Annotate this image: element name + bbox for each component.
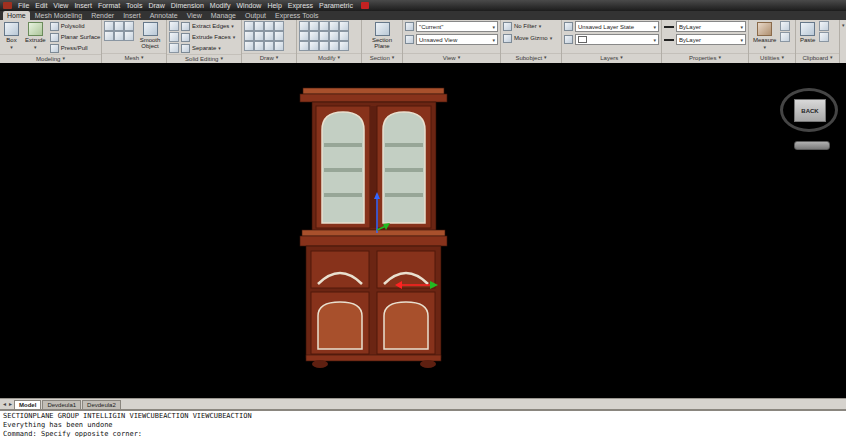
region-icon[interactable] (254, 41, 264, 51)
gradient-icon[interactable] (264, 41, 274, 51)
chevron-down-icon[interactable]: ▾ (231, 23, 234, 29)
copy-icon[interactable] (309, 21, 319, 31)
paste-button[interactable]: Paste (798, 21, 817, 44)
menu-help[interactable]: Help (264, 0, 284, 11)
layer-off-icon[interactable] (564, 35, 573, 44)
arc-icon[interactable] (274, 21, 284, 31)
viewcube-face-back[interactable]: BACK (794, 99, 826, 122)
polysolid-button[interactable]: Polysolid (50, 21, 101, 31)
menu-express[interactable]: Express (285, 0, 316, 11)
panel-expand-icon[interactable]: ▾ (718, 54, 721, 63)
extrude-button[interactable]: Extrude ▾ (23, 21, 48, 51)
menu-file[interactable]: File (15, 0, 32, 11)
erase-icon[interactable] (299, 41, 309, 51)
tab-home[interactable]: Home (3, 11, 30, 20)
break-icon[interactable] (329, 41, 339, 51)
tab-manage[interactable]: Manage (207, 11, 240, 20)
linetype-select[interactable]: ByLayer ▾ (676, 34, 746, 45)
menu-insert[interactable]: Insert (71, 0, 95, 11)
hatch-icon[interactable] (274, 31, 284, 41)
panel-expand-icon[interactable]: ▾ (276, 54, 279, 63)
cut-icon[interactable] (819, 21, 829, 31)
tab-view[interactable]: View (183, 11, 206, 20)
menu-dimension[interactable]: Dimension (168, 0, 207, 11)
visual-style-icon[interactable] (405, 22, 414, 31)
menu-parametric[interactable]: Parametric (316, 0, 356, 11)
layer-select[interactable]: ▾ (575, 34, 659, 45)
tab-annotate[interactable]: Annotate (146, 11, 182, 20)
measure-button[interactable]: Measure ▾ (751, 21, 778, 51)
table-icon[interactable] (274, 41, 284, 51)
menu-tools[interactable]: Tools (123, 0, 145, 11)
trim-icon[interactable] (309, 31, 319, 41)
layout-scroll-right-icon[interactable]: ▸ (8, 400, 13, 409)
ellipse-icon[interactable] (254, 31, 264, 41)
union-icon[interactable] (169, 21, 179, 31)
mirror-icon[interactable] (329, 21, 339, 31)
panel-expand-icon[interactable]: ▾ (141, 54, 144, 63)
join-icon[interactable] (319, 41, 329, 51)
offset-icon[interactable] (339, 31, 349, 41)
explode-icon[interactable] (309, 41, 319, 51)
tab-render[interactable]: Render (87, 11, 118, 20)
record-icon[interactable] (361, 2, 369, 9)
extrude-faces-button[interactable]: Extrude Faces ▾ (181, 32, 235, 42)
menu-view[interactable]: View (50, 0, 71, 11)
spline-icon[interactable] (264, 31, 274, 41)
layer-state-select[interactable]: Unsaved Layer State ▾ (575, 21, 659, 32)
object-color-select[interactable]: ByLayer ▾ (676, 21, 746, 32)
stretch-icon[interactable] (339, 21, 349, 31)
array-icon[interactable] (329, 31, 339, 41)
copy-clip-icon[interactable] (819, 32, 829, 42)
extract-edges-button[interactable]: Extract Edges ▾ (181, 21, 235, 31)
tab-layout-2[interactable]: Devdeula2 (82, 400, 121, 409)
panel-expand-icon[interactable]: ▾ (781, 54, 784, 63)
ribbon-minimize-icon[interactable]: ▾ (842, 22, 845, 28)
tab-mesh-modeling[interactable]: Mesh Modeling (31, 11, 86, 20)
panel-expand-icon[interactable]: ▾ (338, 54, 341, 63)
subobject-filter-button[interactable]: No Filter ▾ (503, 21, 541, 31)
smooth-object-button[interactable]: Smooth Object (135, 21, 165, 50)
layer-properties-icon[interactable] (564, 22, 573, 31)
gizmo-button[interactable]: Move Gizmo ▾ (503, 33, 552, 43)
box-button[interactable]: Box ▾ (2, 21, 21, 51)
mesh-refine-icon[interactable] (124, 21, 134, 31)
panel-expand-icon[interactable]: ▾ (830, 54, 833, 63)
viewcube[interactable]: BACK (780, 88, 838, 132)
scale-icon[interactable] (299, 31, 309, 41)
menu-modify[interactable]: Modify (207, 0, 234, 11)
section-plane-button[interactable]: Section Plane (365, 21, 399, 50)
fillet-icon[interactable] (319, 31, 329, 41)
rectangle-icon[interactable] (244, 31, 254, 41)
tab-model[interactable]: Model (14, 400, 41, 409)
panel-expand-icon[interactable]: ▾ (392, 54, 395, 63)
chevron-down-icon[interactable]: ▾ (34, 44, 37, 50)
navigation-bar[interactable] (794, 141, 830, 150)
visual-style-select[interactable]: "Current" ▾ (416, 21, 498, 32)
cabinet-model[interactable] (0, 63, 846, 398)
panel-expand-icon[interactable]: ▾ (620, 54, 623, 63)
chevron-down-icon[interactable]: ▾ (550, 35, 553, 41)
menu-edit[interactable]: Edit (32, 0, 50, 11)
press-pull-button[interactable]: Press/Pull (50, 43, 101, 53)
quick-select-icon[interactable] (780, 21, 790, 31)
tab-insert[interactable]: Insert (119, 11, 145, 20)
panel-expand-icon[interactable]: ▾ (458, 54, 461, 63)
chevron-down-icon[interactable]: ▾ (10, 44, 13, 50)
mesh-smooth-less-icon[interactable] (114, 21, 124, 31)
subtract-icon[interactable] (169, 32, 179, 42)
menu-draw[interactable]: Draw (145, 0, 167, 11)
mesh-uncrease-icon[interactable] (114, 31, 124, 41)
tab-express-tools[interactable]: Express Tools (271, 11, 322, 20)
panel-expand-icon[interactable]: ▾ (220, 55, 223, 63)
layout-scroll-left-icon[interactable]: ◂ (2, 400, 7, 409)
menu-format[interactable]: Format (95, 0, 123, 11)
mesh-smooth-more-icon[interactable] (104, 21, 114, 31)
align-icon[interactable] (339, 41, 349, 51)
planar-surface-button[interactable]: Planar Surface (50, 32, 101, 42)
app-logo-icon[interactable] (3, 2, 12, 9)
command-prompt[interactable]: Command: Specify opposite corner: (3, 430, 843, 437)
chevron-down-icon[interactable]: ▾ (539, 23, 542, 29)
mesh-split-icon[interactable] (124, 31, 134, 41)
named-view-select[interactable]: Unsaved View ▾ (416, 34, 498, 45)
